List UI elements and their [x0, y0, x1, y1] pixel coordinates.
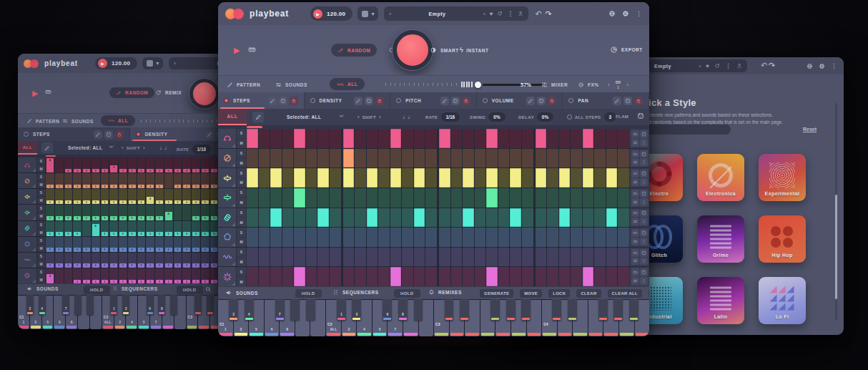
- dice-button[interactable]: [451, 97, 460, 105]
- step-cell[interactable]: [571, 228, 582, 247]
- step-cell[interactable]: [247, 267, 258, 286]
- step-cell[interactable]: [247, 208, 258, 228]
- step-cell[interactable]: [559, 267, 571, 286]
- density-cell[interactable]: 1: [109, 253, 118, 268]
- step-cell[interactable]: [536, 188, 547, 208]
- density-cell[interactable]: 4: [46, 157, 54, 172]
- step-cell[interactable]: [451, 149, 463, 168]
- mute-button[interactable]: M: [37, 213, 45, 220]
- export-button[interactable]: EXPORT: [610, 46, 643, 54]
- step-cell[interactable]: [355, 248, 366, 267]
- density-bar[interactable]: 3: [110, 165, 117, 173]
- step-cell[interactable]: [330, 149, 341, 168]
- step-cell[interactable]: [486, 228, 498, 247]
- step-cell[interactable]: [486, 248, 498, 267]
- density-cell[interactable]: 1: [192, 157, 200, 172]
- black-key[interactable]: [170, 295, 177, 315]
- density-bar[interactable]: 1: [174, 169, 182, 172]
- mute-button[interactable]: M: [237, 277, 246, 286]
- channel-clap-icon[interactable]: [18, 268, 37, 283]
- black-key[interactable]: 2: [26, 295, 34, 315]
- density-bar[interactable]: 1: [129, 232, 136, 235]
- step-cell[interactable]: [439, 228, 450, 247]
- step-cell[interactable]: [451, 208, 463, 228]
- density-bar[interactable]: 1: [156, 169, 163, 172]
- step-cell[interactable]: [247, 168, 258, 188]
- density-bar[interactable]: 1: [165, 169, 172, 172]
- step-cell[interactable]: [486, 267, 498, 286]
- step-cell[interactable]: [594, 188, 606, 208]
- sounds-tab[interactable]: SOUNDS: [62, 118, 94, 124]
- step-cell[interactable]: [606, 208, 618, 228]
- step-cell[interactable]: [294, 208, 305, 228]
- row-random-button[interactable]: [640, 130, 648, 138]
- step-cell[interactable]: [414, 188, 425, 208]
- density-cell[interactable]: 1: [119, 157, 127, 172]
- shift-left-icon[interactable]: ‹: [357, 114, 360, 120]
- solo-button[interactable]: S: [237, 228, 246, 238]
- density-bar[interactable]: 1: [119, 169, 127, 172]
- step-cell[interactable]: [522, 188, 533, 208]
- step-cell[interactable]: [306, 228, 317, 247]
- step-cell[interactable]: [414, 248, 425, 267]
- density-bar[interactable]: 1: [129, 216, 136, 220]
- density-cell[interactable]: 1: [92, 189, 100, 204]
- density-cell[interactable]: 1: [101, 189, 109, 204]
- all-tab[interactable]: ALL: [101, 115, 135, 126]
- step-cell[interactable]: [510, 248, 521, 267]
- loop-button[interactable]: [631, 210, 639, 218]
- loop-button[interactable]: [631, 150, 639, 158]
- step-cell[interactable]: [367, 208, 378, 228]
- all-lane-tab[interactable]: ALL: [218, 109, 247, 125]
- favorite-icon[interactable]: ♥: [706, 63, 709, 69]
- channel-shaker-icon[interactable]: [18, 221, 37, 236]
- scrollbar[interactable]: [835, 103, 837, 321]
- density-bar[interactable]: 1: [147, 216, 154, 220]
- density-cell[interactable]: 1: [201, 205, 209, 220]
- dice-icon[interactable]: [637, 112, 644, 120]
- step-cell[interactable]: [559, 228, 571, 247]
- density-cell[interactable]: 1: [55, 237, 64, 252]
- density-cell[interactable]: 1: [82, 157, 91, 172]
- step-cell[interactable]: [282, 129, 294, 148]
- density-bar[interactable]: 1: [83, 169, 90, 172]
- density-cell[interactable]: 1: [101, 268, 109, 283]
- mute-button[interactable]: M: [37, 245, 45, 252]
- complexity-knob[interactable]: [189, 79, 220, 109]
- density-bar[interactable]: 1: [56, 263, 63, 267]
- pencil-button[interactable]: [41, 142, 53, 153]
- step-cell[interactable]: [583, 248, 594, 267]
- density-cell[interactable]: 1: [174, 173, 182, 188]
- black-key[interactable]: 1: [110, 295, 117, 315]
- row-menu-button[interactable]: [640, 277, 648, 285]
- step-cell[interactable]: [475, 208, 486, 228]
- swing-value[interactable]: 0%: [488, 112, 505, 122]
- step-cell[interactable]: [571, 129, 582, 148]
- density-cell[interactable]: 1: [155, 205, 164, 220]
- density-bar[interactable]: 1: [119, 248, 127, 251]
- lock-button[interactable]: [548, 97, 556, 105]
- density-cell[interactable]: 1: [119, 237, 127, 252]
- step-cell[interactable]: [547, 248, 558, 267]
- density-bar[interactable]: 1: [102, 232, 109, 235]
- step-cell[interactable]: [498, 228, 510, 247]
- step-cell[interactable]: [425, 129, 437, 148]
- step-cell[interactable]: [247, 129, 258, 148]
- density-cell[interactable]: 1: [192, 268, 200, 283]
- density-cell[interactable]: 1: [182, 189, 191, 204]
- step-cell[interactable]: [583, 188, 594, 208]
- step-cell[interactable]: [606, 149, 618, 168]
- play-icon[interactable]: ▶: [313, 9, 322, 19]
- step-cell[interactable]: [270, 129, 282, 148]
- step-cell[interactable]: [355, 208, 366, 228]
- black-key[interactable]: 2: [229, 299, 238, 321]
- step-cell[interactable]: [294, 168, 305, 188]
- density-cell[interactable]: 1: [137, 173, 146, 188]
- density-cell[interactable]: 1: [137, 253, 146, 268]
- channel-snare-icon[interactable]: [218, 149, 237, 168]
- channel-synth-icon[interactable]: [218, 248, 237, 267]
- step-cell[interactable]: [510, 168, 521, 188]
- step-cell[interactable]: [498, 168, 510, 188]
- instant-button[interactable]: ϟ INSTANT: [460, 47, 488, 54]
- density-bar[interactable]: 1: [92, 248, 99, 251]
